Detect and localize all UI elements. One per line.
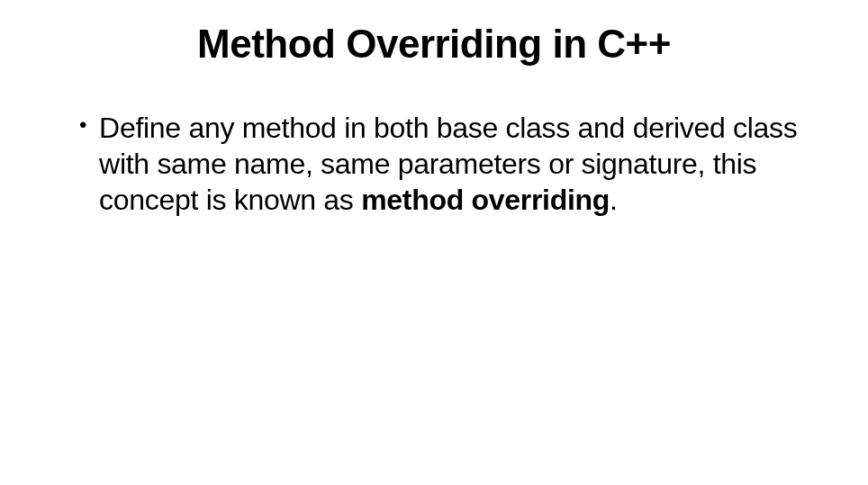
bullet-text-part2: .	[610, 184, 618, 216]
bullet-text: Define any method in both base class and…	[99, 110, 805, 218]
bullet-bold-term: method overriding	[361, 184, 610, 216]
slide-content: • Define any method in both base class a…	[0, 110, 868, 218]
bullet-marker-icon: •	[79, 112, 86, 139]
slide-container: Method Overriding in C++ • Define any me…	[0, 22, 868, 471]
bullet-item: • Define any method in both base class a…	[54, 110, 805, 218]
slide-title: Method Overriding in C++	[0, 22, 868, 67]
